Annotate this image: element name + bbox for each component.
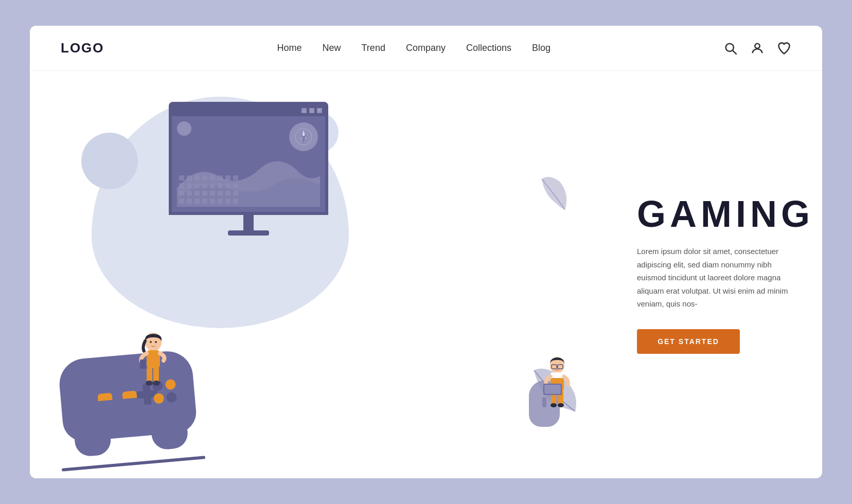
monitor-base — [228, 230, 269, 236]
svg-point-14 — [155, 341, 157, 343]
gamepad-illustration — [58, 349, 198, 443]
search-icon[interactable] — [723, 41, 738, 56]
character-girl — [133, 332, 174, 399]
nav-item-blog[interactable]: Blog — [532, 43, 551, 53]
logo: LOGO — [61, 40, 104, 56]
svg-point-2 — [755, 43, 759, 48]
nav-item-trend[interactable]: Trend — [362, 43, 385, 53]
hero-title: GAMING — [637, 195, 791, 232]
gamepad-grip-right — [150, 417, 189, 451]
monitor-screen: — □ ✕ — [169, 102, 328, 215]
header-icons — [723, 41, 791, 56]
nav-item-company[interactable]: Company — [406, 43, 446, 53]
svg-point-23 — [551, 403, 557, 407]
page-container: LOGO Home New Trend Company Collections … — [30, 26, 822, 478]
get-started-button[interactable]: GET STARTED — [637, 329, 740, 354]
background-blob-circle-left — [81, 133, 138, 189]
monitor-wave-area — [177, 139, 320, 207]
character-boy — [539, 355, 575, 422]
gamepad-bump-left — [97, 393, 112, 401]
svg-point-11 — [153, 381, 160, 386]
hero-description: Lorem ipsum dolor sit amet, consectetuer… — [637, 245, 791, 311]
gamepad-base — [62, 456, 205, 471]
gamepad-bumps — [97, 390, 137, 401]
header: LOGO Home New Trend Company Collections … — [30, 26, 822, 71]
illustration-area: — □ ✕ — [30, 71, 627, 478]
monitor-titlebar: — □ ✕ — [172, 105, 325, 116]
heart-icon[interactable] — [777, 41, 791, 56]
svg-rect-26 — [544, 385, 561, 394]
svg-rect-12 — [140, 359, 146, 369]
gamepad-grip-left — [74, 423, 112, 457]
monitor-content — [172, 116, 325, 212]
main-nav: Home New Trend Company Collections Blog — [277, 43, 551, 53]
monitor-illustration: — □ ✕ — [169, 102, 328, 236]
svg-line-1 — [733, 50, 737, 55]
monitor-grid — [179, 175, 239, 205]
monitor-stand — [243, 215, 254, 230]
nav-item-home[interactable]: Home — [277, 43, 302, 53]
monitor-avatar — [177, 121, 191, 136]
leaf-right-top-icon — [534, 174, 575, 215]
hero-text-area: GAMING Lorem ipsum dolor sit amet, conse… — [627, 71, 822, 478]
nav-item-collections[interactable]: Collections — [466, 43, 511, 53]
monitor-top-row — [177, 121, 320, 136]
svg-point-24 — [558, 403, 564, 407]
svg-point-10 — [146, 381, 153, 386]
main-content: — □ ✕ — [30, 71, 822, 478]
gamepad-body — [58, 349, 198, 443]
svg-point-0 — [726, 43, 734, 51]
user-icon[interactable] — [750, 41, 765, 56]
svg-point-13 — [150, 341, 152, 343]
nav-item-new[interactable]: New — [323, 43, 341, 53]
